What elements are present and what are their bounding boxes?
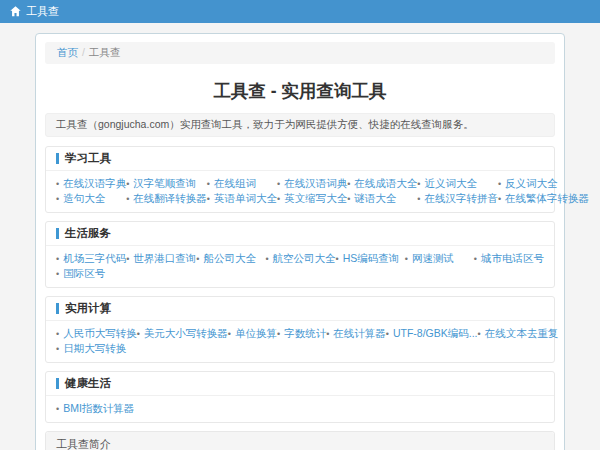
tool-link-item: •美元大小写转换器 (137, 326, 228, 341)
section-title: 健康生活 (65, 376, 111, 391)
bullet-icon: • (277, 329, 280, 339)
tool-link-item: •反义词大全 (498, 176, 589, 191)
tool-link[interactable]: 航空公司大全 (273, 252, 336, 264)
tool-link[interactable]: 城市电话区号 (481, 252, 544, 264)
page-title: 工具查 - 实用查询工具 (45, 70, 555, 113)
tool-link[interactable]: 在线汉字转拼音 (424, 192, 498, 204)
section-panel: 生活服务 •机场三字代码 •世界港口查询 •船公司大全 •航空公司大全 •HS编… (45, 221, 555, 288)
tool-link[interactable]: 谜语大全 (354, 192, 396, 204)
tool-link-item: •谜语大全 (347, 191, 417, 206)
tool-link-item: •在线繁体字转换器 (498, 191, 589, 206)
tool-link[interactable]: 国际区号 (63, 267, 105, 279)
tool-link[interactable]: 美元大小写转换器 (144, 327, 228, 339)
section-accent-bar (56, 153, 59, 164)
tool-link[interactable]: 在线繁体字转换器 (505, 192, 589, 204)
bullet-icon: • (126, 194, 129, 204)
bullet-icon: • (265, 254, 268, 264)
tool-link[interactable]: 英文缩写大全 (284, 192, 347, 204)
bullet-icon: • (405, 254, 408, 264)
section-title: 实用计算 (65, 301, 111, 316)
bullet-icon: • (277, 179, 280, 189)
intro-box: 工具查（gongjucha.com）实用查询工具，致力于为网民提供方便、快捷的在… (45, 113, 555, 137)
tool-link-item: •航空公司大全 (265, 251, 335, 266)
tool-link-item: •在线汉语词典 (277, 176, 347, 191)
bullet-icon: • (207, 179, 210, 189)
tool-link[interactable]: 网速测试 (412, 252, 454, 264)
bullet-icon: • (56, 269, 59, 279)
section-link-list: •BMI指数计算器 (46, 396, 554, 422)
tool-link[interactable]: 字数统计 (284, 327, 326, 339)
tool-link-item: •在线汉字转拼音 (417, 191, 498, 206)
tool-link-item: •在线汉语字典 (56, 176, 126, 191)
tool-link[interactable]: 在线汉语词典 (284, 177, 347, 189)
tool-link-item: •字数统计 (277, 326, 326, 341)
bullet-icon: • (336, 254, 339, 264)
tool-link-item: •网速测试 (405, 251, 474, 266)
navbar-brand[interactable]: 工具查 (10, 4, 59, 19)
tool-link[interactable]: BMI指数计算器 (63, 402, 134, 414)
bullet-icon: • (196, 254, 199, 264)
tool-link[interactable]: 日期大写转换 (63, 342, 126, 354)
bullet-icon: • (126, 254, 129, 264)
tool-link-item: •英语单词大全 (207, 191, 277, 206)
tool-link-item: •UTF-8/GBK编码... (386, 326, 478, 341)
section-link-list: •人民币大写转换 •美元大小写转换器 •单位换算 •字数统计 •在线计算器 •U… (46, 321, 554, 362)
tool-link[interactable]: 反义词大全 (505, 177, 558, 189)
tool-link[interactable]: 在线成语大全 (354, 177, 417, 189)
section-panel: 健康生活 •BMI指数计算器 (45, 371, 555, 423)
tool-link-item: •日期大写转换 (56, 341, 137, 356)
section-title: 学习工具 (65, 151, 111, 166)
bullet-icon: • (56, 329, 59, 339)
tool-link[interactable]: 在线翻译转换器 (133, 192, 207, 204)
bullet-icon: • (478, 329, 481, 339)
tool-link[interactable]: 造句大全 (63, 192, 105, 204)
tool-link-item: •汉字笔顺查询 (126, 176, 207, 191)
tool-link-item: •在线文本去重复 (478, 326, 559, 341)
tool-link[interactable]: 在线组词 (214, 177, 256, 189)
tool-link[interactable]: 机场三字代码 (63, 252, 126, 264)
tool-link[interactable]: 世界港口查询 (133, 252, 196, 264)
section-link-list: •在线汉语字典 •汉字笔顺查询 •在线组词 •在线汉语词典 •在线成语大全 •近… (46, 171, 554, 212)
tool-link[interactable]: 英语单词大全 (214, 192, 277, 204)
bullet-icon: • (56, 254, 59, 264)
tool-link-item: •国际区号 (56, 266, 126, 281)
tool-link[interactable]: 在线计算器 (333, 327, 386, 339)
bullet-icon: • (347, 179, 350, 189)
section-panel: 学习工具 •在线汉语字典 •汉字笔顺查询 •在线组词 •在线汉语词典 •在线成语… (45, 146, 555, 213)
tool-link[interactable]: 近义词大全 (424, 177, 477, 189)
section-link-list: •机场三字代码 •世界港口查询 •船公司大全 •航空公司大全 •HS编码查询 •… (46, 246, 554, 287)
bullet-icon: • (56, 404, 59, 414)
tool-link[interactable]: 人民币大写转换 (63, 327, 137, 339)
section-accent-bar (56, 303, 59, 314)
tool-link[interactable]: 在线文本去重复 (485, 327, 559, 339)
section-heading: 生活服务 (46, 222, 554, 246)
tool-link[interactable]: 单位换算 (235, 327, 277, 339)
tool-link-item: •英文缩写大全 (277, 191, 347, 206)
tool-link-item: •在线组词 (207, 176, 277, 191)
tool-link-item: •造句大全 (56, 191, 126, 206)
tool-link-item: •世界港口查询 (126, 251, 196, 266)
tool-link-item: •单位换算 (228, 326, 277, 341)
breadcrumb: 首页/工具查 (45, 42, 555, 64)
tool-link-item: •HS编码查询 (336, 251, 405, 266)
tool-link-item: •人民币大写转换 (56, 326, 137, 341)
section-title: 生活服务 (65, 226, 111, 241)
about-panel-heading: 工具查简介 (46, 432, 554, 450)
bullet-icon: • (56, 194, 59, 204)
home-icon (10, 6, 21, 17)
tool-link-item: •BMI指数计算器 (56, 401, 134, 416)
sections-container: 学习工具 •在线汉语字典 •汉字笔顺查询 •在线组词 •在线汉语词典 •在线成语… (45, 146, 555, 423)
tool-link[interactable]: 船公司大全 (203, 252, 256, 264)
bullet-icon: • (474, 254, 477, 264)
tool-link[interactable]: 在线汉语字典 (63, 177, 126, 189)
main-card: 首页/工具查 工具查 - 实用查询工具 工具查（gongjucha.com）实用… (35, 33, 565, 450)
tool-link[interactable]: HS编码查询 (343, 252, 400, 264)
section-accent-bar (56, 378, 59, 389)
tool-link[interactable]: UTF-8/GBK编码... (393, 327, 478, 339)
breadcrumb-current: 工具查 (89, 46, 121, 58)
breadcrumb-home-link[interactable]: 首页 (57, 46, 78, 58)
bullet-icon: • (417, 194, 420, 204)
bullet-icon: • (137, 329, 140, 339)
about-panel: 工具查简介 查 工具查询网 gongjucha.com 为大家提供汉语字典，汉字… (45, 431, 555, 450)
tool-link[interactable]: 汉字笔顺查询 (133, 177, 196, 189)
